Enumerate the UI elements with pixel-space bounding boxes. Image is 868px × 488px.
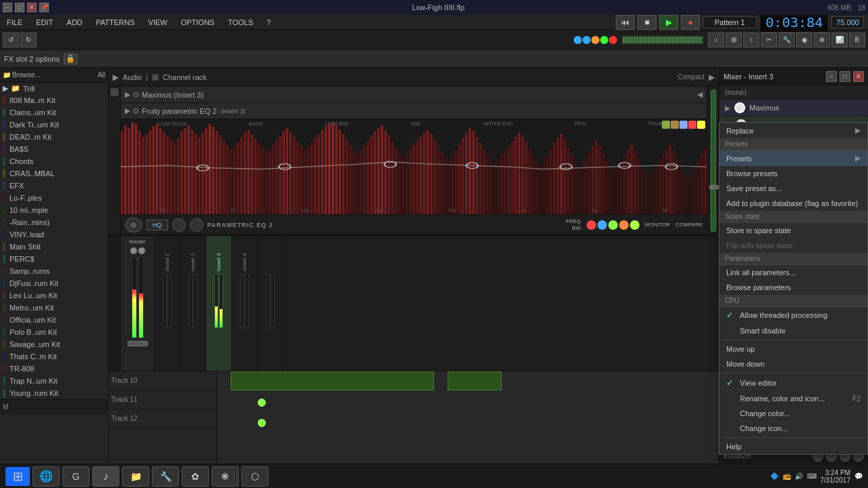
bw-knob[interactable] — [597, 220, 607, 230]
fx-bar-button[interactable]: 🔒 — [64, 54, 77, 64]
green-block-2[interactable] — [448, 371, 502, 390]
ctx-move-up[interactable]: Move up — [719, 342, 867, 357]
sidebar-item-0[interactable]: 808 Ma..m Kit — [0, 94, 108, 106]
mixer-btn-8[interactable]: 📊 — [831, 33, 848, 47]
insert-3[interactable]: Insert 3 — [206, 236, 232, 371]
eq2-arrow[interactable]: ▶ — [125, 106, 130, 115]
mixer-panel-maximize[interactable]: □ — [840, 71, 850, 82]
sidebar-item-1[interactable]: Clams..um Kit — [0, 106, 108, 119]
taskbar-chrome[interactable]: G — [62, 466, 90, 487]
ctx-save-preset[interactable]: Save preset as... — [719, 181, 867, 196]
tb-btn-2[interactable]: ↻ — [20, 33, 37, 47]
sidebar-item-bass[interactable]: BA$S — [0, 143, 108, 155]
mixer-btn-5[interactable]: 🔧 — [778, 33, 795, 47]
master-fader[interactable] — [127, 341, 148, 346]
menu-patterns[interactable]: PATTERNS — [94, 17, 138, 28]
q-knob[interactable] — [619, 220, 629, 230]
fader-handle[interactable] — [709, 185, 719, 189]
taskbar-explorer[interactable]: 📁 — [122, 466, 149, 487]
menu-file[interactable]: FILE — [4, 17, 25, 28]
ctx-view-editor[interactable]: ✓ View editor — [719, 375, 867, 391]
ctx-rename-color[interactable]: Rename, color and icon... F2 — [719, 391, 867, 406]
slope-knob[interactable] — [630, 220, 639, 230]
menu-view[interactable]: VIEW — [146, 17, 170, 28]
sidebar-item-19[interactable]: Polo B..um Kit — [0, 326, 108, 338]
browse-all[interactable]: All — [98, 71, 105, 79]
tb-btn-1[interactable]: ↺ — [3, 33, 19, 47]
maximus-expand[interactable]: ▶ — [725, 104, 730, 112]
notification-btn[interactable]: 💬 — [854, 472, 863, 480]
mixer-btn-4[interactable]: ✂ — [761, 33, 777, 47]
sidebar-item-2[interactable]: Dark Tr..um Kit — [0, 119, 108, 131]
menu-options[interactable]: OPTIONS — [178, 17, 218, 28]
start-button[interactable]: ⊞ — [5, 467, 30, 486]
sidebar-item-13[interactable]: PERC$ — [0, 253, 108, 265]
sidebar-item-10[interactable]: -Rain..mins) — [0, 216, 108, 228]
mixer-panel-minimize[interactable]: – — [826, 71, 837, 82]
volume-fader[interactable] — [711, 89, 716, 232]
mixer-btn-1[interactable]: ♪ — [708, 33, 724, 47]
sidebar-item-14[interactable]: Samp..rums — [0, 265, 108, 277]
maximus-slot[interactable]: ▶ Maximus — [719, 100, 868, 117]
ctx-allow-threaded[interactable]: ✓ Allow threaded processing — [719, 307, 867, 323]
sidebar-item-chords[interactable]: Chords — [0, 155, 108, 167]
sidebar-item-8[interactable]: Lo-F..ples — [0, 192, 108, 204]
menu-add[interactable]: ADD — [64, 17, 85, 28]
ctx-store-spare[interactable]: Store in spare state — [719, 223, 867, 238]
record-button[interactable]: ● — [681, 15, 700, 30]
sidebar-item-22[interactable]: TR-808 — [0, 363, 108, 375]
eq-circle-btn[interactable]: ⊙ — [125, 218, 142, 232]
ctx-change-color[interactable]: Change color... — [719, 406, 867, 421]
sidebar-item-24[interactable]: Young..rum Kit — [0, 387, 108, 399]
freq-knob[interactable] — [587, 220, 596, 230]
close-button[interactable]: ✕ — [27, 3, 37, 12]
mixer-btn-3[interactable]: ↕ — [743, 33, 760, 47]
strip-btn[interactable] — [111, 88, 119, 96]
ctx-smart-disable[interactable]: Smart disable — [719, 323, 867, 338]
sidebar-item-17[interactable]: Metro..um Kit — [0, 302, 108, 314]
sidebar-item-16[interactable]: Lex Lu..um Kit — [0, 289, 108, 302]
maximus-arrow[interactable]: ▶ — [125, 90, 130, 99]
ctx-browse-params[interactable]: Browse parameters — [719, 280, 867, 295]
compare-button[interactable]: COMPARE — [675, 222, 703, 228]
mixer-btn-9[interactable]: 🎚 — [849, 33, 865, 47]
maximize-button[interactable]: □ — [15, 3, 24, 12]
ctx-browse-presets[interactable]: Browse presets — [719, 166, 867, 181]
taskbar-app2[interactable]: ✿ — [182, 466, 209, 487]
master-btn-1[interactable] — [130, 247, 137, 254]
mixer-btn-2[interactable]: ⊞ — [726, 33, 742, 47]
eq-round-btn-1[interactable] — [172, 218, 186, 232]
rewind-button[interactable]: ⏮ — [616, 15, 635, 30]
master-btn-2[interactable] — [138, 247, 145, 254]
taskbar-ie[interactable]: 🌐 — [33, 466, 60, 487]
ctx-move-down[interactable]: Move down — [719, 357, 867, 371]
sidebar-item-main-shit[interactable]: Main Shit — [0, 241, 108, 253]
sidebar-item-20[interactable]: Savage..um Kit — [0, 338, 108, 350]
sidebar-item-7[interactable]: EFX — [0, 180, 108, 192]
cr-arrow[interactable]: ▶ — [113, 73, 119, 82]
play-button[interactable]: ▶ — [659, 15, 678, 30]
mixer-btn-7[interactable]: ⊕ — [814, 33, 830, 47]
ctx-help[interactable]: Help — [719, 439, 867, 454]
ctx-presets[interactable]: Presets ▶ — [719, 150, 867, 166]
monitor-button[interactable]: MONITOR — [645, 222, 671, 228]
minimize-button[interactable]: – — [3, 3, 12, 12]
ctx-link-params[interactable]: Link all parameters... — [719, 265, 867, 280]
menu-edit[interactable]: EDIT — [33, 17, 56, 28]
taskbar-soundcloud[interactable]: ♪ — [92, 466, 119, 487]
sidebar-item-3[interactable]: DEAD..m Kit — [0, 131, 108, 143]
menu-tools[interactable]: TOOLS — [225, 17, 256, 28]
green-block-1[interactable] — [231, 371, 434, 390]
channel-rack-label[interactable]: Channel rack — [163, 73, 207, 81]
pin-button[interactable]: 📌 — [39, 3, 49, 12]
sidebar-item-11[interactable]: VINY..load — [0, 228, 108, 241]
sidebar-item-6[interactable]: CRAS..MBAL — [0, 167, 108, 180]
hq-button[interactable]: HQ — [146, 220, 168, 230]
mixer-panel-close[interactable]: ✕ — [853, 71, 864, 82]
cr-close[interactable]: ▶ — [709, 73, 715, 82]
mixer-btn-6[interactable]: ◉ — [796, 33, 812, 47]
bpm-display[interactable]: 75.000 — [831, 16, 864, 28]
maximus-arrow-right[interactable]: ◀ — [697, 90, 703, 99]
taskbar-app3[interactable]: ❋ — [212, 466, 239, 487]
ctx-flip-spare[interactable]: Flip with spare state — [719, 238, 867, 253]
